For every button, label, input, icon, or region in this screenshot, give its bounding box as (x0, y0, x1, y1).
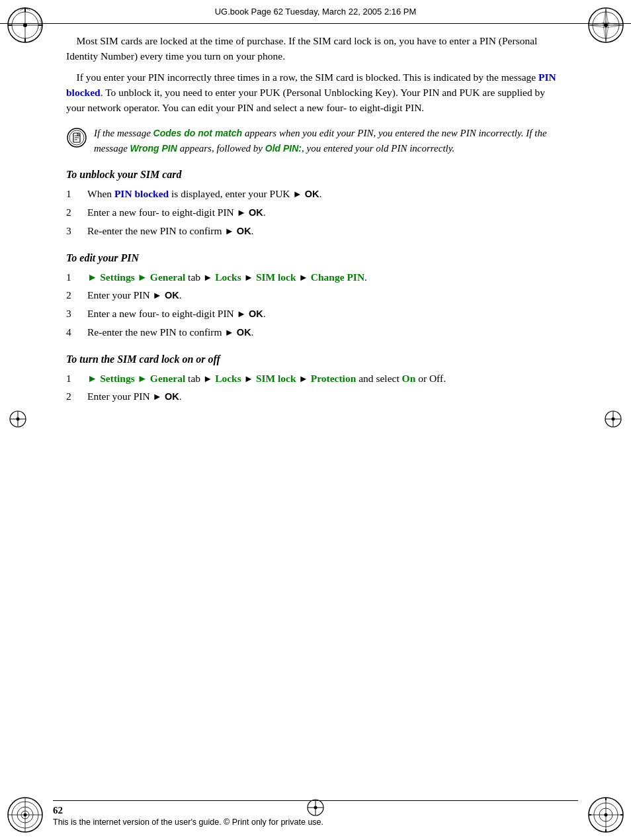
list-text: ► Settings ► General tab ► Locks ► SIM l… (87, 371, 446, 387)
list-num: 2 (66, 389, 79, 404)
old-pin-text: Old PIN: (265, 143, 302, 154)
svg-point-60 (314, 806, 317, 810)
codes-not-match-text: Codes do not match (153, 128, 243, 138)
list-text: When PIN blocked is displayed, enter you… (87, 186, 321, 202)
list-item: 1 When PIN blocked is displayed, enter y… (66, 186, 565, 202)
svg-point-47 (612, 417, 615, 420)
list-text: Re-enter the new PIN to confirm ► OK. (87, 324, 253, 340)
list-text: Re-enter the new PIN to confirm ► OK. (87, 223, 253, 239)
list-num: 2 (66, 205, 79, 220)
para2-text: If you enter your PIN incorrectly three … (66, 70, 565, 116)
list-text: Enter your PIN ► OK. (87, 389, 182, 404)
list-text: ► Settings ► General tab ► Locks ► SIM l… (87, 269, 367, 285)
list-item: 2 Enter your PIN ► OK. (66, 287, 565, 303)
list-item: 2 Enter a new four- to eight-digit PIN ►… (66, 205, 565, 220)
list-text: Enter your PIN ► OK. (87, 287, 182, 303)
header-bar: UG.book Page 62 Tuesday, March 22, 2005 … (0, 0, 631, 24)
para1-text: Most SIM cards are locked at the time of… (66, 33, 565, 64)
paragraph-1: Most SIM cards are locked at the time of… (66, 33, 565, 115)
section2-list: 1 ► Settings ► General tab ► Locks ► SIM… (66, 269, 565, 340)
list-num: 1 (66, 371, 79, 387)
bottom-center-crosshair (306, 798, 325, 820)
main-content: Most SIM cards are locked at the time of… (66, 33, 565, 787)
corner-decoration-br (586, 795, 626, 835)
svg-point-43 (17, 417, 20, 420)
list-item: 3 Re-enter the new PIN to confirm ► OK. (66, 223, 565, 239)
note-box: If the message Codes do not match appear… (66, 126, 565, 156)
list-item: 1 ► Settings ► General tab ► Locks ► SIM… (66, 269, 565, 285)
list-num: 4 (66, 324, 79, 340)
list-item: 4 Re-enter the new PIN to confirm ► OK. (66, 324, 565, 340)
list-num: 2 (66, 287, 79, 303)
list-num: 3 (66, 306, 79, 322)
list-num: 1 (66, 269, 79, 285)
svg-point-29 (24, 814, 27, 817)
corner-decoration-bl (5, 795, 45, 835)
svg-point-35 (605, 814, 608, 817)
list-item: 1 ► Settings ► General tab ► Locks ► SIM… (66, 371, 565, 387)
section1-heading: To unblock your SIM card (66, 169, 565, 181)
header-text: UG.book Page 62 Tuesday, March 22, 2005 … (215, 7, 417, 17)
pin-blocked-inline: PIN blocked (114, 188, 169, 199)
section2-heading: To edit your PIN (66, 252, 565, 264)
list-item: 3 Enter a new four- to eight-digit PIN ►… (66, 306, 565, 322)
right-crosshair (603, 409, 623, 432)
note-icon (66, 127, 87, 148)
wrong-pin-text: Wrong PIN (130, 143, 177, 154)
left-crosshair (8, 409, 28, 432)
list-num: 3 (66, 223, 79, 239)
list-item: 2 Enter your PIN ► OK. (66, 389, 565, 404)
note-text: If the message Codes do not match appear… (94, 126, 565, 156)
list-text: Enter a new four- to eight-digit PIN ► O… (87, 306, 266, 322)
section1-list: 1 When PIN blocked is displayed, enter y… (66, 186, 565, 238)
list-num: 1 (66, 186, 79, 202)
list-text: Enter a new four- to eight-digit PIN ► O… (87, 205, 266, 220)
section3-heading: To turn the SIM card lock on or off (66, 353, 565, 365)
pin-blocked-highlight: PIN blocked (66, 71, 556, 98)
section3-list: 1 ► Settings ► General tab ► Locks ► SIM… (66, 371, 565, 405)
